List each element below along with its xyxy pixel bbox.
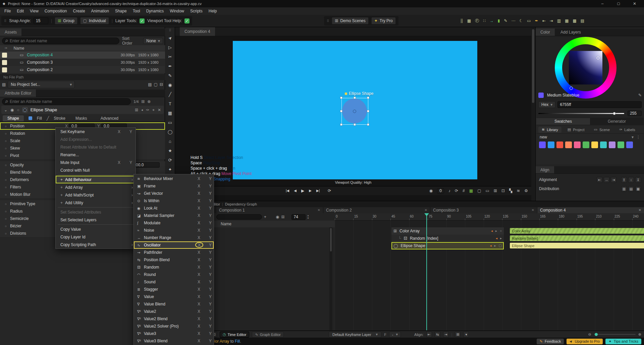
menu-help[interactable]: Help xyxy=(206,9,220,13)
menu-animation[interactable]: Animation xyxy=(88,9,112,13)
menu-create[interactable]: Create xyxy=(70,9,88,13)
name-column-header[interactable]: Name xyxy=(13,46,24,51)
close-icon[interactable]: ✕ xyxy=(532,209,534,212)
asset-search-input[interactable]: ⚲ xyxy=(2,38,119,44)
menu-item-mute-input[interactable]: Mute InputXY xyxy=(56,159,136,166)
visibility-eye-icon[interactable]: ◉ xyxy=(10,108,14,112)
moon-icon[interactable]: ☾ xyxy=(519,19,523,23)
loop-button[interactable]: ⟳ xyxy=(328,189,331,193)
grid-dots-icon[interactable]: ⣿ xyxy=(460,19,463,23)
effects-icon[interactable]: ≋ xyxy=(517,189,520,193)
stack-icon[interactable]: ⊞ xyxy=(455,332,461,337)
next-frame-button[interactable]: ▶ xyxy=(309,189,312,192)
layer-header[interactable]: ⌄ ◉ ○ ◯ Ellipse Shape ⊞ ◂ ✑ ⌖ ✕ xyxy=(1,106,164,114)
spiral-tool[interactable]: ⟳ xyxy=(165,155,175,165)
menu-composition[interactable]: Composition xyxy=(42,9,70,13)
align-top-icon[interactable]: ↥ xyxy=(621,177,627,183)
alpha-slider[interactable] xyxy=(538,113,624,114)
submenu-item-behaviour-mixer[interactable]: ≋Behaviour MixerXY xyxy=(134,175,214,182)
chevron-down-icon[interactable]: ▾ xyxy=(632,135,634,139)
tips-and-tricks-button[interactable]: ✦ Tips and Tricks xyxy=(605,339,641,344)
time-editor-button[interactable]: ◷ Time Editor xyxy=(220,332,249,338)
mixer-icon[interactable]: ⊞ xyxy=(135,108,138,112)
align-left-icon[interactable]: ⇤ xyxy=(542,19,546,23)
submenu-item-round[interactable]: ◠RoundXY xyxy=(134,271,214,278)
solo-circle-icon[interactable]: ○ xyxy=(17,108,19,112)
color-swatch[interactable] xyxy=(548,141,554,148)
drag-handle-icon[interactable]: ⠿ xyxy=(327,19,329,23)
tab-stroke[interactable]: Stroke xyxy=(54,116,65,121)
in-connection-icon[interactable]: ◂ xyxy=(491,229,493,233)
submenu-item-value[interactable]: ∇ValueXY xyxy=(134,293,214,300)
color-swatch[interactable] xyxy=(609,141,615,148)
grid-icon[interactable]: # xyxy=(463,189,465,193)
hue-selector[interactable] xyxy=(570,87,573,90)
submenu-item-stagger[interactable]: ≣StaggerXY xyxy=(134,286,214,293)
polygon-tool[interactable]: ⌂ xyxy=(165,136,175,146)
frame-badge-icon[interactable]: Ⓕ xyxy=(475,19,479,23)
filter-grid-icon[interactable]: ⊞ xyxy=(141,100,145,104)
align-right-icon[interactable]: ⇥ xyxy=(611,177,616,183)
brush-tool[interactable]: ✎ xyxy=(165,71,175,80)
keyframe-dot-icon[interactable]: ○ xyxy=(5,124,7,128)
fill-color-swatch[interactable] xyxy=(29,116,32,120)
submenu-item-value3-blend[interactable]: ∇³Value3 BlendXY xyxy=(134,337,214,345)
skip-end-button[interactable]: ▶| xyxy=(316,189,320,192)
color-swatch[interactable] xyxy=(591,141,598,148)
swatch-group-row[interactable]: new ▾ ⋮ xyxy=(536,134,644,140)
skip-start-button[interactable]: |◀ xyxy=(286,189,289,192)
columns-icon[interactable]: ▥ xyxy=(557,19,561,23)
selection-handle[interactable] xyxy=(354,97,356,99)
audio-icon[interactable]: ♪ xyxy=(448,189,450,193)
asset-row-composition4[interactable]: ▭ Composition 4 30.00fps 1920 x 1080 xyxy=(0,51,165,59)
in-connection-icon[interactable]: ◂ xyxy=(490,244,491,247)
tab-composition1[interactable]: Composition 1✕ xyxy=(216,207,323,213)
sort-order-dropdown[interactable]: None ▾ xyxy=(143,38,163,44)
scrollbar-thumb[interactable] xyxy=(330,228,332,251)
grid3-icon[interactable]: ▩ xyxy=(573,19,576,23)
saturation-value-square[interactable] xyxy=(569,51,602,84)
filter-dropdown[interactable]: - ▾ xyxy=(389,332,401,338)
tab-composition4[interactable]: Composition 4✕ xyxy=(537,207,644,213)
layer-row-ellipse-shape[interactable]: ◯ Ellipse Shape ◂ ▸ ▢ xyxy=(391,242,504,249)
menu-item-add-math-script[interactable]: +Add Math/Script› xyxy=(56,191,136,199)
submenu-item-value3[interactable]: ∇³Value3XY xyxy=(134,330,214,337)
pen-tool[interactable]: ✒ xyxy=(165,61,175,71)
selection-handle[interactable] xyxy=(340,110,342,112)
project-button[interactable]: ▤Project xyxy=(564,127,588,133)
table-icon[interactable]: ▤ xyxy=(581,19,584,23)
timeline-ruler[interactable]: 0 15 30 45 60 75 90 105 120 135 150 165 … xyxy=(335,213,644,221)
tab-attribute-editor[interactable]: Attribute Editor xyxy=(0,90,36,97)
selection-handle[interactable] xyxy=(367,123,369,126)
layer-row-random-index[interactable]: └ ⚄ Random [Index] ◂ ▸ xyxy=(391,235,504,242)
tab-shape[interactable]: Shape xyxy=(3,115,24,121)
color-swatch[interactable] xyxy=(539,141,546,148)
menu-item-copy-value[interactable]: Copy Value xyxy=(56,225,136,233)
submenu-item-random[interactable]: ⚄RandomXY xyxy=(134,264,214,271)
line-tool[interactable]: ╱ xyxy=(165,90,175,99)
keyframe-filter-icon[interactable]: ◉ xyxy=(276,215,279,219)
artboard-tool[interactable]: ▦ xyxy=(165,108,175,118)
align-right-icon[interactable]: ⇥ xyxy=(550,19,553,23)
package-icon[interactable]: ▢ xyxy=(154,82,158,87)
tab-assets[interactable]: Assets xyxy=(0,28,21,36)
submenu-item-number-range[interactable]: ↔Number RangeXY xyxy=(134,234,214,241)
hex-value-input[interactable] xyxy=(557,101,642,108)
playhead[interactable] xyxy=(426,215,427,330)
attribute-search-field[interactable] xyxy=(10,99,117,104)
close-icon[interactable]: ✕ xyxy=(639,209,641,212)
submenu-item-material-sampler[interactable]: ◪Material SamplerXY xyxy=(134,212,214,219)
star-tool[interactable]: ★ xyxy=(165,146,175,155)
tab-add-layers[interactable]: Add Layers xyxy=(556,28,586,36)
graph-editor-button[interactable]: ∿ Graph Editor xyxy=(252,332,284,338)
align-left-icon[interactable]: ⇤ xyxy=(597,177,602,183)
collapse-chevron-icon[interactable]: ⌄ xyxy=(4,108,7,112)
asset-color-chip[interactable] xyxy=(2,67,7,72)
track-bar-color-array[interactable]: Color Array xyxy=(510,228,644,234)
current-color-swatch[interactable] xyxy=(538,93,544,98)
attribute-search-input[interactable]: ⚲ xyxy=(2,98,131,105)
zoom-out-icon[interactable]: ⊖ xyxy=(588,333,591,336)
close-button[interactable]: ✕ xyxy=(628,0,641,7)
zoom-in-icon[interactable]: ⊕ xyxy=(638,333,641,336)
current-frame-input[interactable] xyxy=(291,214,306,220)
